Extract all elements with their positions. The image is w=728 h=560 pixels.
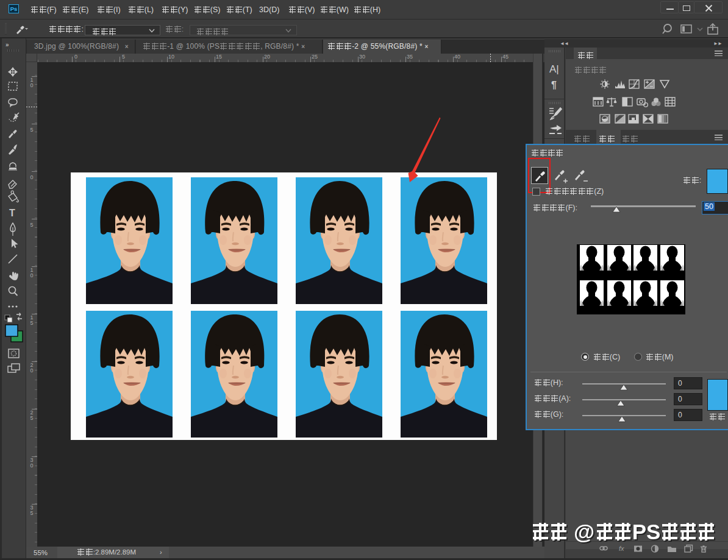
svg-text:T: T: [9, 208, 15, 218]
svg-text:fx: fx: [619, 545, 624, 552]
